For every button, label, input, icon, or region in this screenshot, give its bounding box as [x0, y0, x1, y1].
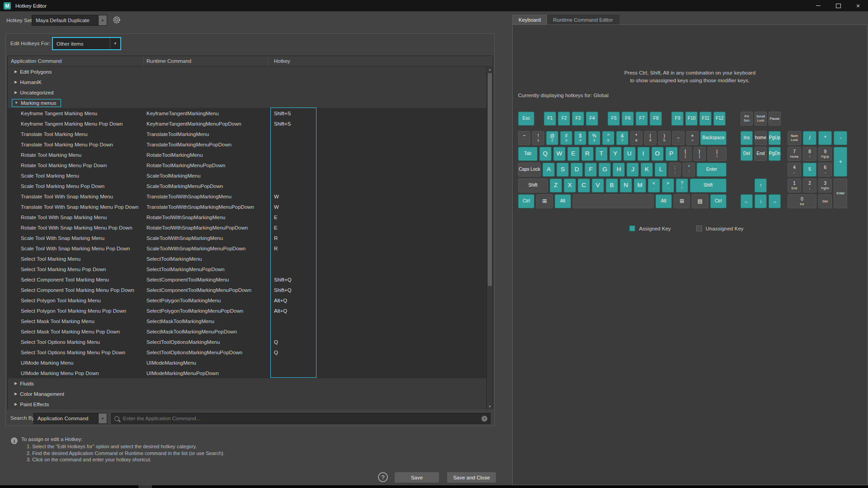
- key-ctrl-right[interactable]: Ctrl: [710, 194, 726, 208]
- key-end[interactable]: End: [755, 147, 767, 161]
- key-semicolon[interactable]: :;: [669, 163, 681, 177]
- command-row[interactable]: Rotate Tool Marking Menu Pop DownRotateT…: [8, 160, 493, 170]
- key-esc[interactable]: Esc: [518, 112, 534, 126]
- category-row[interactable]: ▶HumanIK: [8, 77, 493, 87]
- key-g[interactable]: G: [599, 163, 611, 177]
- key-f7[interactable]: F7: [636, 112, 648, 126]
- save-and-close-button[interactable]: Save and Close: [447, 472, 496, 483]
- key-p[interactable]: P: [665, 147, 678, 161]
- key-numpad-minus[interactable]: -: [834, 131, 847, 145]
- command-row[interactable]: Translate Tool Marking Menu Pop DownTran…: [8, 139, 493, 150]
- key-l[interactable]: L: [655, 163, 667, 177]
- command-row[interactable]: Select Mask Tool Marking Menu Pop DownSe…: [8, 326, 493, 337]
- key-numpad-plus[interactable]: +: [834, 147, 847, 177]
- key-w[interactable]: W: [553, 147, 566, 161]
- key-print-screen[interactable]: PrtScn: [741, 112, 753, 126]
- key-f6[interactable]: F6: [622, 112, 634, 126]
- key-space[interactable]: [573, 194, 654, 208]
- key-numpad-divide[interactable]: /: [803, 131, 816, 145]
- key-e[interactable]: E: [567, 147, 580, 161]
- key-del[interactable]: Del: [741, 147, 753, 161]
- key-b[interactable]: B: [606, 178, 618, 192]
- category-row[interactable]: ▼Marking menus: [8, 98, 493, 108]
- key-menu[interactable]: ▤: [692, 194, 708, 208]
- key-f5[interactable]: F5: [608, 112, 620, 126]
- minimize-button[interactable]: [808, 0, 828, 11]
- key-numpad-4[interactable]: 4←: [788, 163, 801, 177]
- key-numpad-5[interactable]: 5: [803, 163, 816, 177]
- key-backtick[interactable]: ~`: [518, 131, 530, 145]
- command-row[interactable]: Scale Tool Marking MenuScaleToolMarkingM…: [8, 170, 493, 181]
- triangle-collapsed-icon[interactable]: ▶: [14, 403, 17, 406]
- command-row[interactable]: Select Component Tool Marking MenuSelect…: [8, 274, 493, 285]
- command-row[interactable]: Keyframe Tangent Marking Menu Pop DownKe…: [8, 118, 493, 129]
- key-f[interactable]: F: [585, 163, 597, 177]
- key-i[interactable]: I: [637, 147, 650, 161]
- tab-keyboard[interactable]: Keyboard: [512, 15, 547, 24]
- command-row[interactable]: Scale Tool With Snap Marking Menu Pop Do…: [8, 243, 493, 253]
- key-arrow-down[interactable]: ↓: [755, 194, 767, 208]
- key-win-right[interactable]: ⊞: [674, 194, 690, 208]
- key-numpad-multiply[interactable]: *: [818, 131, 832, 145]
- key-numpad-9[interactable]: 9PgUp: [818, 147, 832, 161]
- key-slash[interactable]: ?/: [676, 178, 688, 192]
- triangle-collapsed-icon[interactable]: ▶: [14, 392, 17, 396]
- key-pgup[interactable]: PgUp: [769, 131, 781, 145]
- key-enter[interactable]: Enter: [697, 163, 726, 177]
- key-9[interactable]: (9: [644, 131, 656, 145]
- key-ins[interactable]: Ins: [741, 131, 753, 145]
- key-f2[interactable]: F2: [558, 112, 570, 126]
- edit-hotkeys-for-dropdown[interactable]: Other items ▼: [52, 37, 121, 50]
- command-row[interactable]: Scale Tool Marking Menu Pop DownScaleToo…: [8, 181, 493, 191]
- gear-icon[interactable]: [112, 15, 121, 24]
- scrollbar-thumb[interactable]: [488, 73, 492, 286]
- key-home[interactable]: home: [755, 131, 767, 145]
- key-numpad-2[interactable]: 2↓: [803, 178, 816, 192]
- chevron-down-icon[interactable]: ▼: [98, 15, 107, 25]
- key-r[interactable]: R: [581, 147, 594, 161]
- key-h[interactable]: H: [613, 163, 625, 177]
- key-t[interactable]: T: [595, 147, 608, 161]
- key-f1[interactable]: F1: [544, 112, 556, 126]
- chevron-down-icon[interactable]: ▼: [98, 413, 107, 423]
- key-comma[interactable]: <,: [648, 178, 660, 192]
- save-button[interactable]: Save: [395, 472, 439, 483]
- key-arrow-up[interactable]: ↑: [755, 178, 767, 192]
- key-f12[interactable]: F12: [713, 112, 726, 126]
- key-numpad-3[interactable]: 3PgDn: [818, 178, 832, 192]
- key-x[interactable]: X: [564, 178, 576, 192]
- key-num-lock[interactable]: NumLock: [788, 131, 801, 145]
- triangle-collapsed-icon[interactable]: ▶: [14, 91, 17, 94]
- key-bracket-open[interactable]: {[: [679, 147, 692, 161]
- command-row[interactable]: Select Tool Marking Menu Pop DownSelectT…: [8, 264, 493, 274]
- key-quote[interactable]: "': [683, 163, 695, 177]
- key-m[interactable]: M: [634, 178, 646, 192]
- command-row[interactable]: Translate Tool With Snap Marking MenuTra…: [8, 191, 493, 202]
- key-tab[interactable]: Tab: [518, 147, 538, 161]
- command-row[interactable]: Select Polygon Tool Marking Menu Pop Dow…: [8, 305, 493, 316]
- clear-search-icon[interactable]: ×: [481, 416, 487, 422]
- command-row[interactable]: Translate Tool Marking MenuTranslateTool…: [8, 129, 493, 139]
- key-u[interactable]: U: [623, 147, 636, 161]
- key-1[interactable]: !1: [532, 131, 544, 145]
- key-a[interactable]: A: [542, 163, 555, 177]
- key-o[interactable]: O: [651, 147, 664, 161]
- key-numpad-0[interactable]: 0Ins: [788, 194, 816, 208]
- key-f11[interactable]: F11: [699, 112, 712, 126]
- category-row[interactable]: ▶Color Management: [8, 389, 493, 399]
- key-y[interactable]: Y: [609, 147, 622, 161]
- key-f9[interactable]: F9: [671, 112, 684, 126]
- command-row[interactable]: Select Component Tool Marking Menu Pop D…: [8, 285, 493, 295]
- key-caps-lock[interactable]: Caps Lock: [518, 163, 541, 177]
- key-alt-left[interactable]: Alt: [555, 194, 571, 208]
- key-win-left[interactable]: ⊞: [536, 194, 552, 208]
- search-by-dropdown[interactable]: Application Command ▼: [33, 413, 107, 424]
- column-header-application-command[interactable]: Application Command: [8, 56, 144, 66]
- key-6[interactable]: ^6: [602, 131, 614, 145]
- key-c[interactable]: C: [578, 178, 590, 192]
- key-5[interactable]: %5: [588, 131, 600, 145]
- key-ctrl-left[interactable]: Ctrl: [518, 194, 534, 208]
- scroll-down-icon[interactable]: ▼: [487, 403, 493, 409]
- category-row[interactable]: ▶Edit Polygons: [8, 66, 493, 77]
- command-row[interactable]: UIMode Marking MenuUIModeMarkingMenu: [8, 357, 493, 368]
